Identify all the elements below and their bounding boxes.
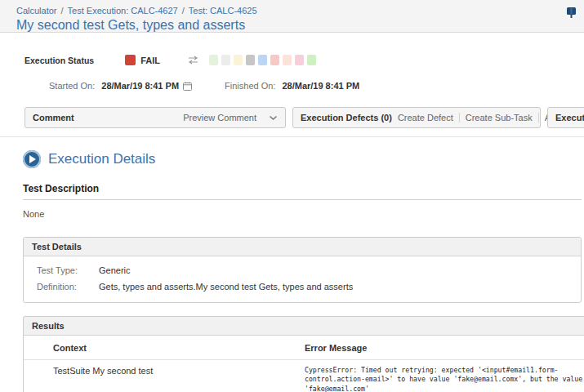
execution-defects-title: Execution Defects (0) [301, 113, 392, 122]
context-column-header: Context [24, 343, 305, 353]
calendar-icon[interactable] [183, 82, 192, 91]
breadcrumb-separator: / [61, 6, 64, 16]
status-transition-icon[interactable] [187, 56, 199, 65]
status-option-swatch[interactable] [270, 55, 279, 65]
finished-on-label: Finished On: [225, 81, 275, 91]
error-message-column-header: Error Message [305, 343, 584, 353]
status-option-swatch[interactable] [295, 55, 304, 65]
page-header: Calculator/Test Execution: CALC-4627/Tes… [0, 0, 584, 33]
started-on-label: Started On: [49, 81, 95, 91]
finished-on-value: 28/Mar/19 8:41 PM [282, 81, 359, 91]
test-type-row: Test Type: Generic [24, 262, 581, 278]
finished-on-group: Finished On: 28/Mar/19 8:41 PM [225, 81, 359, 91]
comment-panel-title: Comment [33, 113, 74, 122]
execution-defects-panel-header[interactable]: Execution Defects (0) Create Defect Crea… [292, 107, 541, 128]
breadcrumb-link-test-execution[interactable]: Test Execution: CALC-4627 [68, 6, 178, 16]
breadcrumb: Calculator/Test Execution: CALC-4627/Tes… [16, 6, 568, 16]
status-value: FAIL [140, 56, 160, 65]
fail-status-swatch [125, 55, 136, 65]
collapsed-panels-row: Comment Preview Comment Execution Defect… [0, 107, 584, 128]
status-option-swatch[interactable] [283, 55, 292, 65]
create-sub-task-button[interactable]: Create Sub-Task [459, 113, 538, 122]
test-details-panel-header: Test Details [24, 238, 581, 256]
status-option-swatch[interactable] [246, 55, 255, 65]
play-icon [23, 150, 41, 168]
page: { "header": { "breadcrumb": ["Calculator… [0, 0, 584, 392]
test-type-value: Generic [99, 265, 131, 275]
execution-evidence-title: Execution Evidence [555, 113, 584, 122]
comment-panel-header[interactable]: Comment Preview Comment [25, 107, 286, 128]
status-option-swatch[interactable] [307, 55, 316, 65]
execution-evidence-panel-header[interactable]: Execution Evidence [547, 107, 584, 128]
breadcrumb-link-test[interactable]: Test: CALC-4625 [189, 6, 257, 16]
error-message-cell: CypressError: Timed out retrying: expect… [305, 366, 584, 392]
test-type-label: Test Type: [37, 265, 99, 275]
status-option-swatch[interactable] [234, 55, 243, 65]
chevron-down-icon[interactable] [269, 115, 278, 121]
status-palette [206, 55, 316, 65]
results-table-row: TestSuite My second test CypressError: T… [24, 360, 584, 392]
test-description-block: Test Description None [23, 183, 582, 219]
current-status-badge[interactable]: FAIL [125, 55, 160, 65]
definition-value: Gets, types and asserts.My second test G… [99, 282, 353, 292]
started-on-value: 28/Mar/19 8:41 PM [101, 81, 179, 91]
pin-icon[interactable] [566, 7, 577, 20]
execution-details-title: Execution Details [48, 151, 155, 167]
execution-details-section: Execution Details Test Description None … [0, 136, 584, 392]
status-option-swatch[interactable] [258, 55, 267, 65]
status-option-swatch[interactable] [221, 55, 230, 65]
test-description-title: Test Description [23, 183, 582, 200]
results-table-header: Context Error Message [24, 336, 584, 360]
context-cell: TestSuite My second test [24, 366, 305, 392]
preview-comment-button[interactable]: Preview Comment [177, 113, 262, 122]
execution-status-row: Execution Status FAIL [25, 55, 584, 65]
test-details-panel: Test Details Test Type: Generic Definiti… [23, 237, 582, 303]
page-title: My second test Gets, types and asserts [16, 18, 568, 33]
execution-details-heading: Execution Details [23, 150, 584, 168]
definition-label: Definition: [37, 282, 99, 292]
breadcrumb-link-project[interactable]: Calculator [16, 6, 57, 16]
results-panel: Results Context Error Message TestSuite … [23, 316, 584, 392]
definition-row: Definition: Gets, types and asserts.My s… [24, 278, 581, 295]
results-table: Context Error Message TestSuite My secon… [24, 336, 584, 392]
results-panel-header: Results [24, 317, 584, 336]
test-description-value: None [23, 209, 582, 219]
status-option-swatch[interactable] [209, 55, 218, 65]
breadcrumb-separator: / [182, 6, 185, 16]
test-details-panel-body: Test Type: Generic Definition: Gets, typ… [24, 256, 581, 302]
dates-row: Started On: 28/Mar/19 8:41 PM Finished O… [49, 81, 584, 91]
create-defect-button[interactable]: Create Defect [392, 113, 459, 122]
execution-status-label: Execution Status [25, 56, 94, 65]
